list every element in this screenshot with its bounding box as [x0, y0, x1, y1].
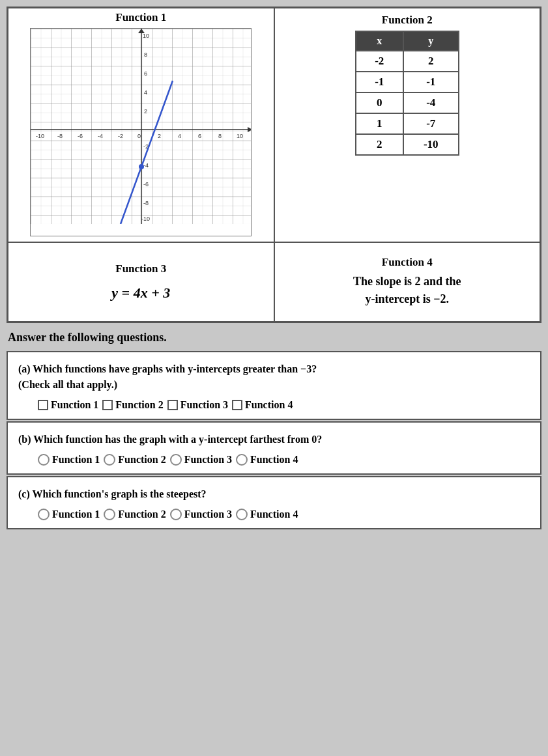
table-cell-y: -7 — [403, 113, 459, 134]
svg-text:10: 10 — [237, 133, 243, 139]
option-a-f3[interactable]: Function 3 — [167, 399, 228, 411]
checkbox-a-f4[interactable] — [232, 400, 242, 410]
question-b-text: (b) Which function has the graph with a … — [18, 432, 530, 447]
table-cell-x: -1 — [356, 72, 403, 92]
function4-description: The slope is 2 and the y-intercept is −2… — [353, 273, 461, 308]
table-cell-y: -4 — [403, 92, 459, 113]
radio-c-f1[interactable] — [38, 509, 50, 520]
answer-section: Answer the following questions. (a) Whic… — [7, 331, 541, 529]
function2-cell: Function 2 x y -22-1-10-41-72-10 — [274, 8, 541, 242]
option-b-f4[interactable]: Function 4 — [236, 454, 298, 466]
radio-b-f2[interactable] — [104, 454, 115, 466]
svg-text:8: 8 — [144, 51, 147, 58]
svg-text:8: 8 — [218, 133, 222, 139]
function3-cell: Function 3 y = 4x + 3 — [8, 242, 274, 322]
function3-equation: y = 4x + 3 — [111, 285, 170, 301]
option-a-f1-label: Function 1 — [51, 399, 98, 411]
svg-text:6: 6 — [144, 70, 147, 77]
option-b-f4-label: Function 4 — [250, 454, 298, 466]
option-c-f1-label: Function 1 — [52, 509, 100, 520]
option-b-f3[interactable]: Function 3 — [170, 454, 232, 466]
question-b-label: (b) Which function has the graph with a … — [18, 434, 322, 445]
function1-svg: 0 2 4 6 8 10 -2 -4 -6 -8 -10 2 4 6 8 — [31, 29, 252, 224]
checkbox-a-f1[interactable] — [38, 400, 48, 410]
svg-text:-8: -8 — [143, 200, 149, 206]
option-a-f2-label: Function 2 — [115, 399, 163, 411]
answer-intro: Answer the following questions. — [7, 331, 541, 344]
svg-text:4: 4 — [144, 89, 147, 96]
option-a-f1[interactable]: Function 1 — [38, 399, 98, 411]
table-cell-y: 2 — [403, 51, 459, 72]
svg-text:-2: -2 — [118, 133, 123, 139]
svg-text:4: 4 — [178, 133, 181, 139]
functions-grid: Function 1 — [7, 7, 541, 323]
table-cell-y: -10 — [403, 134, 459, 155]
question-a-options: Function 1 Function 2 Function 3 Functio… — [18, 399, 530, 411]
option-c-f2[interactable]: Function 2 — [104, 509, 166, 520]
table-cell-y: -1 — [403, 72, 459, 92]
svg-text:6: 6 — [198, 133, 201, 139]
radio-b-f3[interactable] — [170, 454, 182, 466]
question-c-text: (c) Which function's graph is the steepe… — [18, 486, 530, 502]
question-a-box: (a) Which functions have graphs with y-i… — [7, 351, 541, 420]
svg-point-28 — [139, 164, 144, 169]
function1-graph: 0 2 4 6 8 10 -2 -4 -6 -8 -10 2 4 6 8 — [30, 28, 252, 236]
radio-c-f2[interactable] — [104, 509, 115, 520]
option-c-f3-label: Function 3 — [184, 509, 232, 520]
svg-text:-4: -4 — [143, 162, 149, 169]
function2-title: Function 2 — [280, 14, 535, 27]
svg-text:10: 10 — [143, 33, 149, 39]
question-c-label: (c) Which function's graph is the steepe… — [18, 488, 207, 499]
table-cell-x: 0 — [356, 92, 403, 113]
svg-text:0: 0 — [137, 133, 141, 139]
table-row: 0-4 — [356, 92, 459, 113]
svg-text:-8: -8 — [57, 133, 63, 139]
function4-cell: Function 4 The slope is 2 and the y-inte… — [274, 242, 541, 322]
option-b-f1[interactable]: Function 1 — [38, 454, 100, 466]
function4-title: Function 4 — [382, 256, 433, 269]
question-c-options: Function 1 Function 2 Function 3 Functio… — [18, 509, 530, 520]
question-b-box: (b) Which function has the graph with a … — [7, 421, 541, 475]
svg-text:2: 2 — [158, 133, 161, 139]
question-c-box: (c) Which function's graph is the steepe… — [7, 476, 541, 529]
option-c-f4[interactable]: Function 4 — [236, 509, 298, 520]
table-row: -22 — [356, 51, 459, 72]
option-c-f1[interactable]: Function 1 — [38, 509, 100, 520]
function1-cell: Function 1 — [8, 8, 274, 242]
checkbox-a-f2[interactable] — [102, 400, 113, 410]
option-b-f2[interactable]: Function 2 — [104, 454, 166, 466]
table-row: -1-1 — [356, 72, 459, 92]
table-cell-x: -2 — [356, 51, 403, 72]
option-a-f4[interactable]: Function 4 — [232, 399, 293, 411]
function4-text-line1: The slope is 2 and the — [353, 275, 461, 288]
radio-b-f1[interactable] — [38, 454, 50, 466]
question-a-text: (a) Which functions have graphs with y-i… — [18, 361, 530, 393]
question-b-options: Function 1 Function 2 Function 3 Functio… — [18, 454, 530, 466]
svg-text:2: 2 — [144, 108, 147, 115]
table-col-y: y — [403, 31, 459, 51]
option-a-f4-label: Function 4 — [245, 399, 293, 411]
function1-title: Function 1 — [11, 11, 271, 24]
table-cell-x: 2 — [356, 134, 403, 155]
svg-text:-6: -6 — [143, 181, 149, 188]
option-c-f3[interactable]: Function 3 — [170, 509, 232, 520]
option-a-f3-label: Function 3 — [180, 399, 228, 411]
table-col-x: x — [356, 31, 403, 51]
function4-text-line2: y-intercept is −2. — [366, 292, 449, 305]
question-a-label: (a) Which functions have graphs with y-i… — [18, 363, 317, 374]
radio-c-f3[interactable] — [170, 509, 182, 520]
radio-c-f4[interactable] — [236, 509, 248, 520]
option-a-f2[interactable]: Function 2 — [102, 399, 163, 411]
main-container: Function 1 — [7, 7, 541, 529]
table-row: 2-10 — [356, 134, 459, 155]
function3-title: Function 3 — [115, 262, 166, 275]
table-cell-x: 1 — [356, 113, 403, 134]
function2-table: x y -22-1-10-41-72-10 — [355, 31, 459, 156]
question-a-sub: (Check all that apply.) — [18, 379, 117, 390]
svg-text:-10: -10 — [141, 216, 150, 222]
radio-b-f4[interactable] — [236, 454, 248, 466]
option-b-f2-label: Function 2 — [118, 454, 166, 466]
checkbox-a-f3[interactable] — [167, 400, 178, 410]
svg-text:-6: -6 — [78, 133, 83, 139]
option-b-f1-label: Function 1 — [52, 454, 100, 466]
